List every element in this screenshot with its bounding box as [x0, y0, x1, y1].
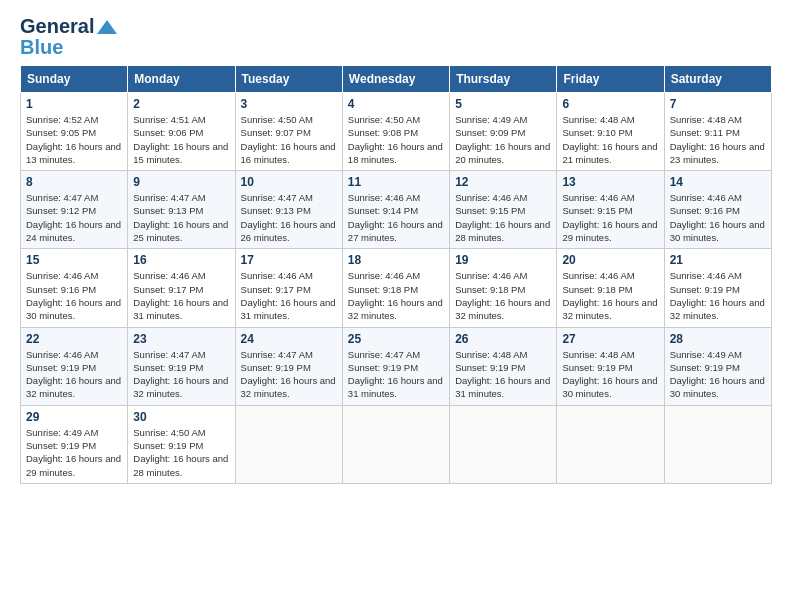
calendar-header-tuesday: Tuesday: [235, 66, 342, 93]
calendar-cell: 27Sunrise: 4:48 AMSunset: 9:19 PMDayligh…: [557, 327, 664, 405]
logo-triangle-icon: [97, 20, 117, 34]
calendar-cell: 23Sunrise: 4:47 AMSunset: 9:19 PMDayligh…: [128, 327, 235, 405]
logo-blue-label: Blue: [20, 36, 63, 59]
day-number: 29: [26, 410, 122, 424]
day-info: Sunrise: 4:46 AMSunset: 9:16 PMDaylight:…: [670, 191, 766, 244]
calendar-cell: 15Sunrise: 4:46 AMSunset: 9:16 PMDayligh…: [21, 249, 128, 327]
calendar-header-row: SundayMondayTuesdayWednesdayThursdayFrid…: [21, 66, 772, 93]
calendar-cell: 8Sunrise: 4:47 AMSunset: 9:12 PMDaylight…: [21, 171, 128, 249]
day-info: Sunrise: 4:46 AMSunset: 9:17 PMDaylight:…: [133, 269, 229, 322]
day-number: 26: [455, 332, 551, 346]
calendar-cell: 21Sunrise: 4:46 AMSunset: 9:19 PMDayligh…: [664, 249, 771, 327]
day-number: 23: [133, 332, 229, 346]
calendar-header-saturday: Saturday: [664, 66, 771, 93]
day-number: 22: [26, 332, 122, 346]
calendar-cell: 18Sunrise: 4:46 AMSunset: 9:18 PMDayligh…: [342, 249, 449, 327]
day-number: 9: [133, 175, 229, 189]
calendar-cell: 4Sunrise: 4:50 AMSunset: 9:08 PMDaylight…: [342, 93, 449, 171]
day-number: 28: [670, 332, 766, 346]
day-number: 21: [670, 253, 766, 267]
calendar-cell: 24Sunrise: 4:47 AMSunset: 9:19 PMDayligh…: [235, 327, 342, 405]
calendar-cell: 17Sunrise: 4:46 AMSunset: 9:17 PMDayligh…: [235, 249, 342, 327]
day-number: 14: [670, 175, 766, 189]
day-info: Sunrise: 4:49 AMSunset: 9:19 PMDaylight:…: [670, 348, 766, 401]
day-info: Sunrise: 4:46 AMSunset: 9:18 PMDaylight:…: [455, 269, 551, 322]
calendar-week-row: 1Sunrise: 4:52 AMSunset: 9:05 PMDaylight…: [21, 93, 772, 171]
day-number: 5: [455, 97, 551, 111]
day-number: 18: [348, 253, 444, 267]
calendar-cell: 19Sunrise: 4:46 AMSunset: 9:18 PMDayligh…: [450, 249, 557, 327]
day-info: Sunrise: 4:49 AMSunset: 9:19 PMDaylight:…: [26, 426, 122, 479]
day-number: 24: [241, 332, 337, 346]
day-number: 6: [562, 97, 658, 111]
day-number: 13: [562, 175, 658, 189]
calendar-cell: 26Sunrise: 4:48 AMSunset: 9:19 PMDayligh…: [450, 327, 557, 405]
calendar-cell: [664, 405, 771, 483]
page-header: General Blue: [20, 15, 772, 59]
calendar-cell: 10Sunrise: 4:47 AMSunset: 9:13 PMDayligh…: [235, 171, 342, 249]
day-number: 30: [133, 410, 229, 424]
day-number: 17: [241, 253, 337, 267]
calendar-header-monday: Monday: [128, 66, 235, 93]
calendar-header-sunday: Sunday: [21, 66, 128, 93]
day-number: 11: [348, 175, 444, 189]
calendar-cell: 1Sunrise: 4:52 AMSunset: 9:05 PMDaylight…: [21, 93, 128, 171]
calendar-cell: 16Sunrise: 4:46 AMSunset: 9:17 PMDayligh…: [128, 249, 235, 327]
calendar-cell: 30Sunrise: 4:50 AMSunset: 9:19 PMDayligh…: [128, 405, 235, 483]
day-number: 3: [241, 97, 337, 111]
calendar-week-row: 22Sunrise: 4:46 AMSunset: 9:19 PMDayligh…: [21, 327, 772, 405]
day-info: Sunrise: 4:46 AMSunset: 9:15 PMDaylight:…: [455, 191, 551, 244]
day-info: Sunrise: 4:52 AMSunset: 9:05 PMDaylight:…: [26, 113, 122, 166]
day-info: Sunrise: 4:51 AMSunset: 9:06 PMDaylight:…: [133, 113, 229, 166]
day-info: Sunrise: 4:46 AMSunset: 9:19 PMDaylight:…: [670, 269, 766, 322]
day-number: 10: [241, 175, 337, 189]
day-number: 27: [562, 332, 658, 346]
calendar-cell: [557, 405, 664, 483]
calendar-cell: 20Sunrise: 4:46 AMSunset: 9:18 PMDayligh…: [557, 249, 664, 327]
calendar-cell: 6Sunrise: 4:48 AMSunset: 9:10 PMDaylight…: [557, 93, 664, 171]
day-info: Sunrise: 4:50 AMSunset: 9:08 PMDaylight:…: [348, 113, 444, 166]
day-info: Sunrise: 4:47 AMSunset: 9:19 PMDaylight:…: [241, 348, 337, 401]
day-info: Sunrise: 4:46 AMSunset: 9:18 PMDaylight:…: [348, 269, 444, 322]
day-number: 4: [348, 97, 444, 111]
day-number: 16: [133, 253, 229, 267]
day-info: Sunrise: 4:50 AMSunset: 9:19 PMDaylight:…: [133, 426, 229, 479]
logo: General Blue: [20, 15, 117, 59]
day-info: Sunrise: 4:47 AMSunset: 9:13 PMDaylight:…: [133, 191, 229, 244]
day-number: 15: [26, 253, 122, 267]
calendar-cell: 22Sunrise: 4:46 AMSunset: 9:19 PMDayligh…: [21, 327, 128, 405]
day-info: Sunrise: 4:46 AMSunset: 9:14 PMDaylight:…: [348, 191, 444, 244]
day-info: Sunrise: 4:47 AMSunset: 9:19 PMDaylight:…: [133, 348, 229, 401]
calendar-cell: 2Sunrise: 4:51 AMSunset: 9:06 PMDaylight…: [128, 93, 235, 171]
calendar-cell: 29Sunrise: 4:49 AMSunset: 9:19 PMDayligh…: [21, 405, 128, 483]
calendar-cell: 3Sunrise: 4:50 AMSunset: 9:07 PMDaylight…: [235, 93, 342, 171]
calendar-cell: 28Sunrise: 4:49 AMSunset: 9:19 PMDayligh…: [664, 327, 771, 405]
day-info: Sunrise: 4:48 AMSunset: 9:11 PMDaylight:…: [670, 113, 766, 166]
day-info: Sunrise: 4:49 AMSunset: 9:09 PMDaylight:…: [455, 113, 551, 166]
day-number: 20: [562, 253, 658, 267]
calendar-cell: 9Sunrise: 4:47 AMSunset: 9:13 PMDaylight…: [128, 171, 235, 249]
day-number: 25: [348, 332, 444, 346]
day-info: Sunrise: 4:47 AMSunset: 9:12 PMDaylight:…: [26, 191, 122, 244]
calendar-cell: [235, 405, 342, 483]
calendar-cell: 7Sunrise: 4:48 AMSunset: 9:11 PMDaylight…: [664, 93, 771, 171]
calendar-week-row: 8Sunrise: 4:47 AMSunset: 9:12 PMDaylight…: [21, 171, 772, 249]
day-info: Sunrise: 4:50 AMSunset: 9:07 PMDaylight:…: [241, 113, 337, 166]
calendar-header-friday: Friday: [557, 66, 664, 93]
day-info: Sunrise: 4:48 AMSunset: 9:19 PMDaylight:…: [455, 348, 551, 401]
day-info: Sunrise: 4:46 AMSunset: 9:17 PMDaylight:…: [241, 269, 337, 322]
calendar-header-thursday: Thursday: [450, 66, 557, 93]
calendar-cell: [342, 405, 449, 483]
day-info: Sunrise: 4:46 AMSunset: 9:19 PMDaylight:…: [26, 348, 122, 401]
calendar-cell: 13Sunrise: 4:46 AMSunset: 9:15 PMDayligh…: [557, 171, 664, 249]
calendar-cell: 14Sunrise: 4:46 AMSunset: 9:16 PMDayligh…: [664, 171, 771, 249]
day-number: 19: [455, 253, 551, 267]
day-info: Sunrise: 4:48 AMSunset: 9:19 PMDaylight:…: [562, 348, 658, 401]
logo-general-text: General: [20, 15, 94, 38]
day-info: Sunrise: 4:48 AMSunset: 9:10 PMDaylight:…: [562, 113, 658, 166]
day-number: 1: [26, 97, 122, 111]
day-info: Sunrise: 4:46 AMSunset: 9:16 PMDaylight:…: [26, 269, 122, 322]
day-info: Sunrise: 4:47 AMSunset: 9:19 PMDaylight:…: [348, 348, 444, 401]
day-number: 2: [133, 97, 229, 111]
calendar-week-row: 15Sunrise: 4:46 AMSunset: 9:16 PMDayligh…: [21, 249, 772, 327]
